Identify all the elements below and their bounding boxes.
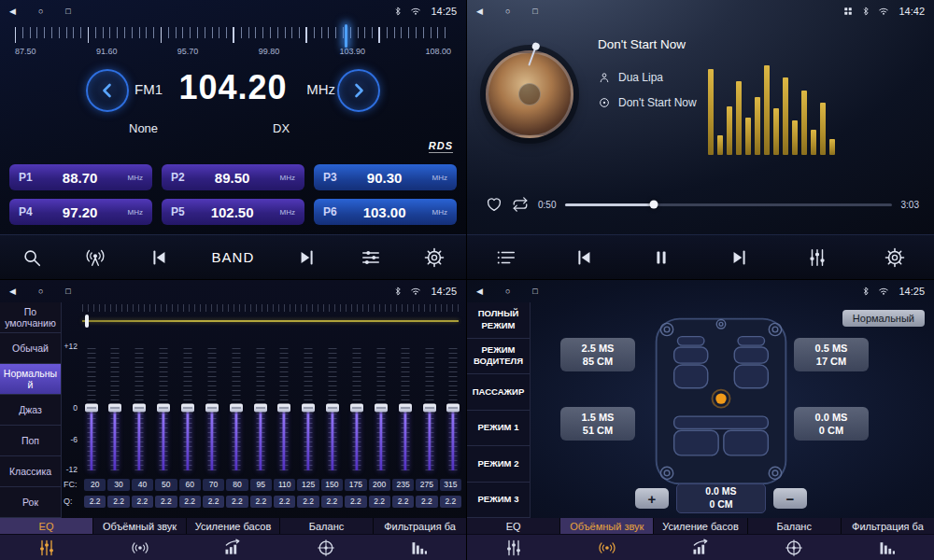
- eq-band-q[interactable]: 2.2: [392, 496, 414, 508]
- eq-band-q[interactable]: 2.2: [203, 496, 224, 508]
- mode-3[interactable]: РЕЖИМ 3: [467, 483, 530, 519]
- home-icon[interactable]: ○: [505, 7, 510, 16]
- eq-band-frequency[interactable]: 125: [297, 479, 318, 491]
- eq-band-handle[interactable]: [446, 404, 460, 413]
- eq-band-frequency[interactable]: 80: [226, 479, 248, 491]
- recents-icon[interactable]: □: [65, 287, 70, 296]
- tab-eq[interactable]: EQ: [0, 518, 93, 534]
- tab-balance[interactable]: Баланс: [280, 518, 374, 534]
- eq-band-handle[interactable]: [277, 404, 290, 413]
- eq-band-frequency[interactable]: 275: [416, 479, 437, 491]
- eq-band-q[interactable]: 2.2: [297, 496, 318, 508]
- eq-preset-pop[interactable]: Поп: [0, 426, 61, 456]
- preset-button-p2[interactable]: P2 89.50 MHz: [162, 164, 304, 190]
- progress-bar[interactable]: [565, 203, 891, 206]
- eq-band-q[interactable]: 2.2: [416, 496, 437, 508]
- eq-band-handle[interactable]: [350, 404, 363, 413]
- band-button[interactable]: BAND: [212, 249, 255, 265]
- eq-band-handle[interactable]: [108, 404, 121, 413]
- tab-bass-boost[interactable]: Усиление басов: [187, 518, 280, 534]
- rear-left-delay[interactable]: 1.5 MS 51 CM: [560, 407, 635, 441]
- front-left-delay[interactable]: 2.5 MS 85 CM: [560, 338, 635, 371]
- dx-mode-label[interactable]: DX: [273, 121, 290, 135]
- home-icon[interactable]: ○: [38, 7, 43, 16]
- mode-2[interactable]: РЕЖИМ 2: [467, 446, 530, 483]
- album-art[interactable]: [486, 50, 573, 138]
- home-icon[interactable]: ○: [505, 287, 510, 296]
- recents-icon[interactable]: □: [65, 7, 70, 16]
- eq-preset-classic[interactable]: Классика: [0, 456, 61, 487]
- mode-driver[interactable]: РЕЖИМ ВОДИТЕЛЯ: [467, 339, 530, 375]
- eq-band-handle[interactable]: [302, 404, 315, 413]
- eq-band-handle[interactable]: [326, 404, 339, 413]
- increase-delay-button[interactable]: +: [635, 488, 669, 509]
- eq-preset-jazz[interactable]: Джаз: [0, 395, 61, 426]
- front-right-delay[interactable]: 0.5 MS 17 CM: [794, 338, 869, 371]
- eq-band-q[interactable]: 2.2: [155, 496, 177, 508]
- tab-surround[interactable]: Объёмный звук: [560, 518, 654, 534]
- eq-band-handle[interactable]: [230, 404, 243, 413]
- eq-band-slider[interactable]: [326, 345, 340, 470]
- favorite-heart-icon[interactable]: [486, 196, 502, 213]
- eq-band-handle[interactable]: [133, 404, 146, 413]
- eq-band-slider[interactable]: [349, 345, 363, 470]
- preset-badge[interactable]: Нормальный: [842, 310, 925, 327]
- equalizer-icon[interactable]: [361, 247, 381, 268]
- eq-band-frequency[interactable]: 70: [203, 479, 224, 491]
- eq-band-slider[interactable]: [253, 345, 267, 470]
- eq-band-frequency[interactable]: 315: [440, 479, 461, 491]
- filter-tab-icon[interactable]: [841, 535, 934, 560]
- eq-band-frequency[interactable]: 60: [179, 479, 201, 491]
- tab-bass-boost[interactable]: Усиление басов: [654, 518, 747, 534]
- eq-band-slider[interactable]: [133, 345, 147, 470]
- eq-band-slider[interactable]: [84, 345, 98, 470]
- eq-band-slider[interactable]: [180, 345, 194, 470]
- eq-band-handle[interactable]: [254, 404, 267, 413]
- next-station-icon[interactable]: [297, 247, 318, 268]
- preset-button-p1[interactable]: P1 88.70 MHz: [9, 164, 152, 190]
- eq-band-handle[interactable]: [375, 404, 388, 413]
- filter-tab-icon[interactable]: [373, 535, 466, 560]
- eq-band-q[interactable]: 2.2: [179, 496, 201, 508]
- eq-band-q[interactable]: 2.2: [226, 496, 248, 508]
- eq-preset-custom[interactable]: Обычай: [0, 333, 61, 364]
- master-fader[interactable]: [82, 315, 459, 327]
- settings-gear-icon[interactable]: [424, 247, 445, 268]
- mode-1[interactable]: РЕЖИМ 1: [467, 411, 530, 447]
- playlist-icon[interactable]: [496, 247, 517, 268]
- eq-band-q[interactable]: 2.2: [369, 496, 390, 508]
- settings-gear-icon[interactable]: [884, 247, 905, 268]
- surround-tab-icon[interactable]: [93, 535, 187, 560]
- eq-preset-normal[interactable]: Нормальный: [0, 364, 61, 395]
- eq-band-slider[interactable]: [229, 345, 243, 470]
- eq-band-slider[interactable]: [302, 345, 316, 470]
- seek-up-button[interactable]: [337, 69, 380, 112]
- balance-tab-icon[interactable]: [279, 535, 373, 560]
- eq-band-slider[interactable]: [374, 345, 388, 470]
- eq-band-handle[interactable]: [85, 404, 98, 413]
- eq-preset-default[interactable]: По умолчанию: [0, 302, 61, 333]
- preset-button-p6[interactable]: P6 103.00 MHz: [314, 199, 457, 225]
- back-icon[interactable]: ◀: [476, 287, 483, 296]
- recents-icon[interactable]: □: [532, 7, 537, 16]
- previous-track-icon[interactable]: [573, 247, 594, 268]
- eq-band-q[interactable]: 2.2: [84, 496, 106, 508]
- eq-band-frequency[interactable]: 50: [155, 479, 177, 491]
- eq-band-frequency[interactable]: 235: [392, 479, 414, 491]
- eq-band-q[interactable]: 2.2: [345, 496, 366, 508]
- surround-tab-icon[interactable]: [560, 535, 654, 560]
- broadcast-scan-icon[interactable]: [85, 247, 106, 268]
- repeat-icon[interactable]: [512, 196, 529, 213]
- master-fader-handle[interactable]: [85, 315, 89, 328]
- back-icon[interactable]: ◀: [9, 7, 16, 16]
- tab-eq[interactable]: EQ: [467, 518, 560, 534]
- preset-button-p4[interactable]: P4 97.20 MHz: [9, 199, 152, 225]
- eq-band-frequency[interactable]: 20: [84, 479, 106, 491]
- tab-surround[interactable]: Объёмный звук: [93, 518, 187, 534]
- frequency-ruler[interactable]: 87.50 91.60 95.70 99.80 103.90 108.00: [15, 27, 451, 61]
- eq-band-q[interactable]: 2.2: [250, 496, 272, 508]
- rear-right-delay[interactable]: 0.0 MS 0 CM: [794, 407, 869, 441]
- home-icon[interactable]: ○: [38, 287, 43, 296]
- eq-band-slider[interactable]: [277, 345, 291, 470]
- eq-band-handle[interactable]: [181, 404, 194, 413]
